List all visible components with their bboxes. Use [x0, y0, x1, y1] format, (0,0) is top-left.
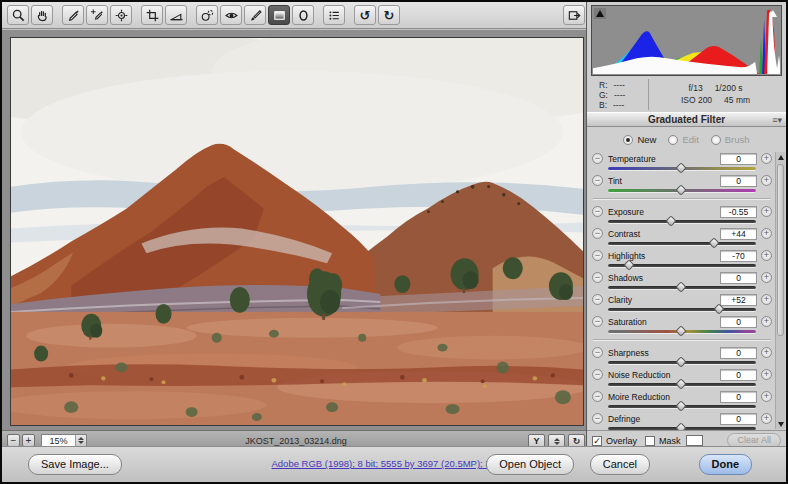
red-eye-removal-tool-button[interactable]: [220, 5, 242, 25]
exposure-value-field[interactable]: -0.55: [720, 206, 757, 218]
mask-checkbox[interactable]: [645, 436, 655, 446]
tint-slider-track[interactable]: [608, 189, 756, 193]
highlights-value-field[interactable]: -70: [720, 250, 757, 262]
rotate-left-button[interactable]: ↺: [354, 5, 376, 25]
temperature-increase-button[interactable]: +: [761, 153, 772, 164]
sharpness-decrease-button[interactable]: −: [592, 347, 603, 358]
noise-reduction-decrease-button[interactable]: −: [592, 369, 603, 380]
mode-brush[interactable]: Brush: [711, 134, 750, 145]
overlay-checkbox[interactable]: ✓: [592, 436, 602, 446]
panel-title: Graduated Filter: [648, 114, 725, 125]
highlights-decrease-button[interactable]: −: [592, 250, 603, 261]
noise-reduction-slider-track[interactable]: [608, 383, 756, 387]
exposure-slider-track[interactable]: [608, 220, 756, 224]
color-sampler-tool-button[interactable]: [86, 5, 108, 25]
sharpness-value-field[interactable]: 0: [720, 347, 757, 359]
saturation-slider-track[interactable]: [608, 330, 756, 334]
mode-new[interactable]: New: [623, 134, 656, 145]
clarity-increase-button[interactable]: +: [761, 294, 772, 305]
panel-menu-icon[interactable]: ≡▾: [772, 113, 782, 127]
temperature-value-field[interactable]: 0: [720, 153, 757, 165]
mode-edit[interactable]: Edit: [668, 134, 698, 145]
photo-preview[interactable]: [10, 37, 584, 426]
exposure-label: Exposure: [608, 207, 720, 217]
defringe-decrease-button[interactable]: −: [592, 413, 603, 424]
contrast-increase-button[interactable]: +: [761, 228, 772, 239]
slider-row-clarity: − Clarity +52 +: [592, 293, 772, 312]
clarity-slider-track[interactable]: [608, 308, 756, 312]
radial-filter-tool-button[interactable]: [292, 5, 314, 25]
contrast-label: Contrast: [608, 229, 720, 239]
open-object-button[interactable]: Open Object: [486, 454, 574, 475]
group-separator: [593, 339, 771, 341]
spot-removal-tool-button[interactable]: [196, 5, 218, 25]
preferences-button[interactable]: [323, 5, 345, 25]
moire-reduction-increase-button[interactable]: +: [761, 391, 772, 402]
hand-icon: [35, 8, 50, 23]
clarity-value-field[interactable]: +52: [720, 294, 757, 306]
exposure-decrease-button[interactable]: −: [592, 206, 603, 217]
rotate-right-button[interactable]: ↻: [378, 5, 400, 25]
save-image-button[interactable]: Save Image...: [28, 454, 122, 475]
noise-reduction-value-field[interactable]: 0: [720, 369, 757, 381]
moire-reduction-value-field[interactable]: 0: [720, 391, 757, 403]
moire-reduction-slider-track[interactable]: [608, 405, 756, 409]
slider-row-moire-reduction: − Moire Reduction 0 +: [592, 390, 772, 409]
exposure-increase-button[interactable]: +: [761, 206, 772, 217]
scroll-down-button[interactable]: [776, 419, 785, 429]
tint-decrease-button[interactable]: −: [592, 175, 603, 186]
temperature-slider-track[interactable]: [608, 167, 756, 171]
temperature-decrease-button[interactable]: −: [592, 153, 603, 164]
highlight-clipping-indicator[interactable]: [767, 8, 779, 19]
fullscreen-toggle-button[interactable]: [563, 5, 585, 25]
targeted-adjustment-tool-button[interactable]: [110, 5, 132, 25]
scrollbar-thumb[interactable]: [777, 164, 784, 336]
noise-reduction-increase-button[interactable]: +: [761, 369, 772, 380]
saturation-increase-button[interactable]: +: [761, 316, 772, 327]
radio-icon: [623, 135, 633, 145]
landscape-photo: [11, 38, 583, 425]
contrast-value-field[interactable]: +44: [720, 228, 757, 240]
sharpness-increase-button[interactable]: +: [761, 347, 772, 358]
defringe-increase-button[interactable]: +: [761, 413, 772, 424]
panel-scrollbar[interactable]: [775, 152, 785, 429]
highlights-increase-button[interactable]: +: [761, 250, 772, 261]
shadows-value-field[interactable]: 0: [720, 272, 757, 284]
moire-reduction-label: Moire Reduction: [608, 392, 720, 402]
hand-tool-button[interactable]: [31, 5, 53, 25]
preview-column: ↺ ↻: [2, 2, 590, 450]
straighten-tool-button[interactable]: [165, 5, 187, 25]
histogram[interactable]: [591, 5, 782, 76]
slider-row-contrast: − Contrast +44 +: [592, 227, 772, 246]
zoom-tool-button[interactable]: [7, 5, 29, 25]
saturation-decrease-button[interactable]: −: [592, 316, 603, 327]
defringe-value-field[interactable]: 0: [720, 413, 757, 425]
sharpness-label: Sharpness: [608, 348, 720, 358]
mask-color-swatch[interactable]: [686, 435, 703, 446]
graduated-filter-tool-button[interactable]: [268, 5, 290, 25]
shadows-increase-button[interactable]: +: [761, 272, 772, 283]
sharpness-slider-track[interactable]: [608, 361, 756, 365]
shadows-decrease-button[interactable]: −: [592, 272, 603, 283]
slider-row-highlights: − Highlights -70 +: [592, 249, 772, 268]
scroll-up-button[interactable]: [776, 152, 785, 162]
contrast-slider-track[interactable]: [608, 242, 756, 246]
tint-value-field[interactable]: 0: [720, 175, 757, 187]
cancel-button[interactable]: Cancel: [590, 454, 650, 475]
shadows-slider-track[interactable]: [608, 286, 756, 290]
moire-reduction-decrease-button[interactable]: −: [592, 391, 603, 402]
clarity-decrease-button[interactable]: −: [592, 294, 603, 305]
highlights-slider-track[interactable]: [608, 264, 756, 268]
slider-row-saturation: − Saturation 0 +: [592, 315, 772, 334]
tint-increase-button[interactable]: +: [761, 175, 772, 186]
saturation-value-field[interactable]: 0: [720, 316, 757, 328]
shadow-clipping-indicator[interactable]: [594, 8, 606, 19]
workflow-options-link[interactable]: Adobe RGB (1998); 8 bit; 5555 by 3697 (2…: [271, 458, 516, 469]
done-button[interactable]: Done: [699, 454, 753, 475]
adjustment-brush-tool-button[interactable]: [244, 5, 266, 25]
white-balance-tool-button[interactable]: [62, 5, 84, 25]
contrast-decrease-button[interactable]: −: [592, 228, 603, 239]
defringe-label: Defringe: [608, 414, 720, 424]
brush-icon: [248, 8, 263, 23]
crop-tool-button[interactable]: [141, 5, 163, 25]
